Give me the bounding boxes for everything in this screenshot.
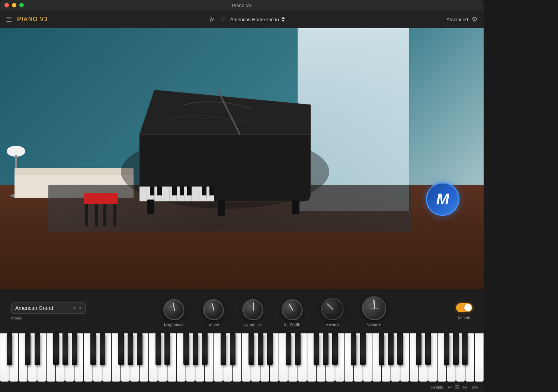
black-key-48[interactable]: [453, 333, 459, 365]
black-key-42[interactable]: [397, 333, 403, 365]
black-key-23[interactable]: [221, 333, 226, 365]
svg-rect-18: [209, 187, 214, 195]
scene-background: M: [0, 28, 484, 289]
minimize-button[interactable]: [12, 3, 16, 7]
reverb-knob[interactable]: [321, 298, 343, 320]
status-bar: Pedals ↩ ☰ ⊞ 8%: [0, 382, 484, 392]
svg-rect-16: [187, 187, 192, 195]
window-title: Piano V3: [232, 3, 252, 8]
svg-line-24: [173, 303, 174, 310]
keyboard-section: [0, 333, 484, 382]
grand-piano: [121, 82, 344, 224]
svg-rect-15: [180, 187, 184, 195]
svg-rect-22: [218, 200, 225, 216]
stool-leg-4: [103, 204, 106, 226]
timbre-knob[interactable]: [203, 299, 224, 320]
svg-line-34: [374, 300, 375, 309]
svg-rect-20: [147, 200, 154, 214]
black-key-17[interactable]: [164, 333, 170, 365]
black-key-24[interactable]: [230, 333, 235, 365]
undo-button[interactable]: ↩: [448, 384, 452, 390]
svg-line-26: [212, 303, 214, 310]
svg-line-32: [327, 304, 333, 310]
grid-button[interactable]: ⊞: [463, 384, 467, 390]
arturia-logo[interactable]: M: [426, 182, 459, 216]
black-key-5[interactable]: [53, 333, 59, 365]
black-key-21[interactable]: [202, 333, 208, 365]
menu-icon[interactable]: ☰: [6, 15, 12, 23]
window-controls[interactable]: [4, 3, 24, 7]
arturia-m-letter: M: [436, 190, 449, 208]
black-key-20[interactable]: [193, 333, 198, 365]
st-width-label: St. Width: [284, 322, 301, 327]
black-key-28[interactable]: [267, 333, 273, 365]
black-key-47[interactable]: [444, 333, 449, 365]
preset-prev-button[interactable]: [281, 17, 285, 19]
brightness-knob[interactable]: [163, 299, 184, 320]
reverb-group: Reverb: [321, 298, 343, 327]
model-selector[interactable]: American Grand < >: [11, 302, 86, 314]
st-width-knob[interactable]: [282, 299, 302, 320]
volume-group: Volume: [362, 296, 386, 327]
dynamics-knob[interactable]: [242, 299, 263, 320]
model-prev-button[interactable]: <: [73, 305, 76, 311]
advanced-button[interactable]: Advanced: [446, 17, 468, 22]
black-key-12[interactable]: [118, 333, 124, 365]
svg-rect-13: [157, 187, 162, 195]
knob-section: Brightness Timbre Dynamics: [100, 296, 449, 327]
menu-dots-button[interactable]: ☰: [455, 384, 460, 390]
limiter-section: Limiter: [456, 303, 472, 320]
volume-knob[interactable]: [362, 296, 386, 320]
black-key-6[interactable]: [62, 333, 68, 365]
svg-rect-17: [202, 187, 206, 195]
pedals-button[interactable]: Pedals: [430, 385, 443, 389]
black-key-45[interactable]: [425, 333, 431, 365]
black-key-35[interactable]: [332, 333, 338, 365]
black-key-33[interactable]: [314, 333, 319, 365]
black-key-44[interactable]: [416, 333, 421, 365]
reverb-label: Reverb: [326, 322, 339, 327]
preset-next-button[interactable]: [281, 20, 285, 22]
black-key-16[interactable]: [155, 333, 161, 365]
white-key-51[interactable]: [475, 333, 484, 382]
zoom-level: 8%: [472, 385, 478, 389]
black-key-14[interactable]: [137, 333, 142, 365]
black-key-7[interactable]: [72, 333, 77, 365]
black-key-27[interactable]: [258, 333, 263, 365]
preset-arrows: [281, 17, 285, 22]
black-key-19[interactable]: [183, 333, 189, 365]
black-key-38[interactable]: [360, 333, 366, 365]
black-key-10[interactable]: [100, 333, 105, 365]
black-key-40[interactable]: [379, 333, 384, 365]
model-nav: < >: [73, 305, 81, 311]
black-key-13[interactable]: [128, 333, 133, 365]
black-key-34[interactable]: [323, 333, 328, 365]
model-next-button[interactable]: >: [78, 305, 81, 311]
controls-panel: American Grand < > Model Brightness: [0, 289, 484, 333]
close-button[interactable]: [4, 3, 9, 7]
black-key-49[interactable]: [462, 333, 468, 365]
black-key-26[interactable]: [248, 333, 254, 365]
black-key-41[interactable]: [388, 333, 394, 365]
maximize-button[interactable]: [19, 3, 24, 7]
favorite-icon[interactable]: ♡: [221, 16, 226, 23]
black-key-37[interactable]: [351, 333, 356, 365]
preset-name: American Home Clean: [230, 17, 279, 22]
piano-scene: M: [0, 28, 484, 289]
black-key-9[interactable]: [90, 333, 96, 365]
svg-line-30: [289, 304, 293, 310]
black-key-30[interactable]: [286, 333, 291, 365]
black-key-31[interactable]: [295, 333, 301, 365]
preset-selector: American Home Clean: [230, 17, 285, 22]
black-key-0[interactable]: [7, 333, 12, 365]
status-icons: ↩ ☰ ⊞: [448, 384, 467, 390]
st-width-group: St. Width: [282, 299, 302, 327]
black-key-2[interactable]: [25, 333, 31, 365]
stool-leg-3: [95, 204, 98, 226]
black-key-3[interactable]: [35, 333, 40, 365]
settings-icon[interactable]: ⚙: [472, 15, 478, 23]
limiter-toggle[interactable]: [456, 303, 472, 312]
library-icon[interactable]: ⫸: [209, 16, 216, 23]
model-name: American Grand: [15, 305, 70, 311]
top-bar: ☰ PIANO V3 ⫸ ♡ American Home Clean Advan…: [0, 10, 484, 28]
